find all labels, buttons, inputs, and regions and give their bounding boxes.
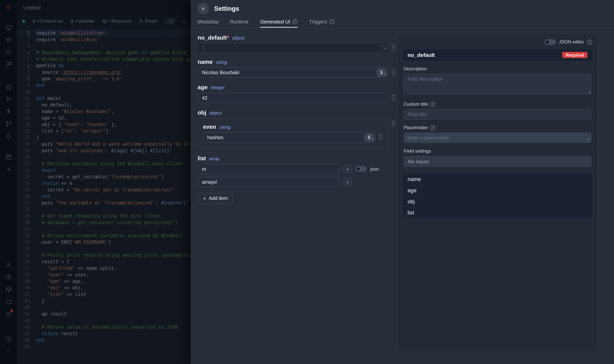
custom-title-label: Custom title i [404,102,591,107]
custom-title-group: Custom title i [404,102,591,119]
drag-handle[interactable] [379,134,382,142]
json-toggle[interactable] [355,166,367,172]
app-window: $ ? → [0,0,614,364]
modal-body: no_default* object 1 — [192,28,614,364]
drag-handle[interactable] [392,44,395,52]
drag-handle[interactable] [392,69,395,77]
field-type: string [216,60,227,65]
field-label: name [198,58,213,65]
required-asterisk: * [227,34,229,41]
custom-title-input[interactable] [404,109,591,119]
json-editor-toggle[interactable] [544,39,556,45]
field-label: even [203,123,216,130]
list-item-input-0[interactable] [198,164,340,174]
description-label: Description [404,66,591,71]
modal-header: × Settings [192,0,614,17]
remove-item-icon[interactable]: × [343,178,352,186]
property-row-name[interactable]: name [403,174,592,185]
field-obj: obj object even string [198,109,401,149]
field-label: list [198,155,206,161]
close-icon[interactable]: × [198,3,209,14]
remove-item-icon[interactable]: × [343,165,352,173]
field-type: integer [211,85,225,90]
info-icon: i [587,39,592,44]
no-default-object-editor[interactable]: 1 — [198,43,388,52]
field-settings-label: Field settings [404,148,591,154]
field-no_default: no_default* object 1 — [198,34,401,52]
add-item-button[interactable]: + Add item [198,193,233,204]
field-type: object [232,35,244,41]
info-icon: i [329,19,335,24]
schema-properties-panel: JSON editor i no_default Required Descri… [397,33,598,352]
resize-grip[interactable] [587,136,590,143]
field-settings-group: Field settings No inputs [404,148,591,167]
editor-line-number: 1 [198,45,209,50]
modal-title: Settings [214,5,239,12]
field-type: array [209,156,220,161]
field-type: string [219,125,231,130]
info-icon: i [292,19,297,24]
plus-icon: + [203,196,206,201]
drag-handle[interactable] [392,120,395,128]
generated-ui-fields: no_default* object 1 — [198,34,401,210]
placeholder-label: Placeholder i [404,125,591,130]
settings-modal: × Settings Metadata Runtime Generated UI… [191,0,614,364]
resize-grip[interactable] [384,70,387,77]
property-row-no_default[interactable]: no_default Required [403,49,592,61]
field-settings-select[interactable]: No inputs [404,156,591,167]
even-input[interactable] [203,132,376,143]
obj-nested-fields: even string $ [198,118,388,149]
name-input[interactable] [198,67,388,78]
property-row-obj[interactable]: obj [403,196,592,207]
field-age: age integer [198,84,401,103]
placeholder-group: Placeholder i [404,125,591,143]
info-icon: i [431,125,435,130]
field-label: age [198,84,208,90]
resize-grip[interactable] [383,45,387,52]
field-list: list array × json × + A [198,155,401,204]
tab-runtime[interactable]: Runtime [230,17,248,28]
drag-handle[interactable] [392,94,395,102]
json-editor-row: JSON editor i [403,38,592,46]
tab-metadata[interactable]: Metadata [198,17,218,28]
description-input[interactable] [404,74,591,94]
required-badge: Required [562,52,588,58]
description-group: Description [404,66,591,96]
field-label: no_default* [198,34,229,41]
field-label: obj [198,109,206,116]
placeholder-input[interactable] [404,133,591,143]
property-rows: name age obj list [403,174,592,218]
age-input[interactable] [198,93,388,103]
resize-grip[interactable] [371,135,375,142]
info-icon: i [431,102,435,107]
property-row-age[interactable]: age [403,185,592,196]
tab-triggers[interactable]: Triggers i [309,17,334,28]
field-name: name string $ [198,58,401,78]
json-editor-label: JSON editor [559,39,584,45]
tab-generated-ui[interactable]: Generated UI i [260,17,297,28]
property-row-list[interactable]: list [403,207,592,218]
field-type: object [209,110,222,116]
list-item-input-1[interactable] [198,177,340,187]
settings-tabs: Metadata Runtime Generated UI i Triggers… [192,17,614,28]
json-toggle-label: json [370,166,379,172]
